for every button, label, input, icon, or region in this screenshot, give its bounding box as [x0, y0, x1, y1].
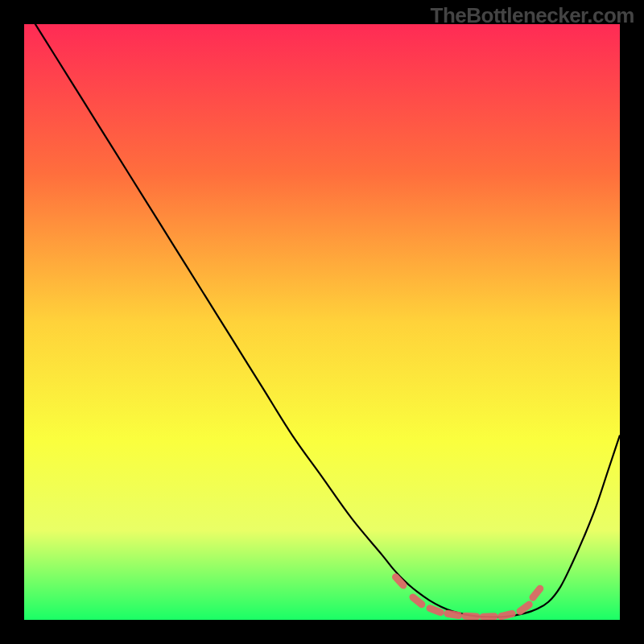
chart-svg	[24, 24, 620, 620]
chart-container: TheBottlenecker.com	[0, 0, 644, 644]
attribution-text: TheBottlenecker.com	[431, 3, 634, 28]
highlight-dash	[502, 613, 513, 616]
plot-area	[24, 24, 620, 620]
gradient-background	[24, 24, 620, 620]
highlight-dash	[448, 613, 459, 615]
highlight-dash	[465, 616, 477, 617]
highlight-dash	[430, 609, 440, 613]
